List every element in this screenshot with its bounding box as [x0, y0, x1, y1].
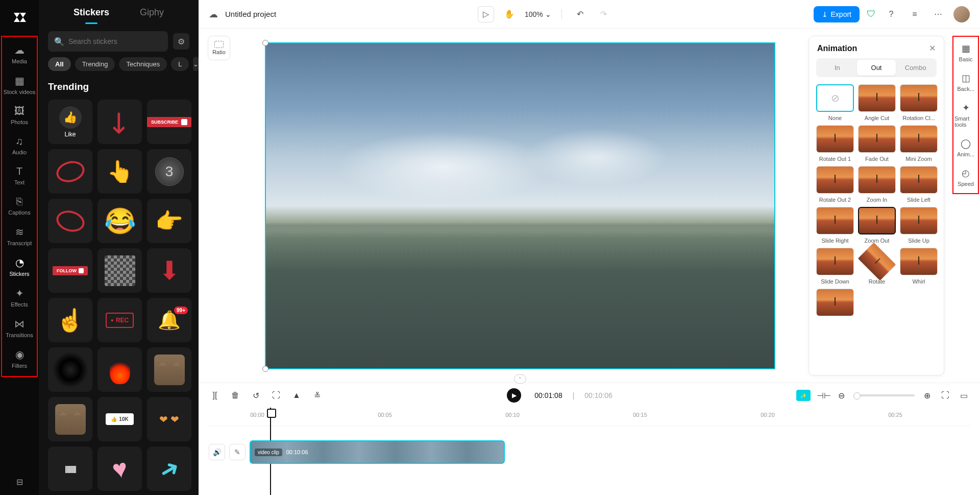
nav-text[interactable]: TText: [3, 160, 36, 191]
undo-button[interactable]: ↶: [572, 6, 589, 22]
sticker-arrow-cyan[interactable]: ➜: [147, 446, 191, 491]
sticker-like-bar[interactable]: 👍 10K: [97, 397, 142, 441]
chip-partial[interactable]: L: [171, 57, 189, 71]
rail-animation[interactable]: ◯Anim...: [954, 134, 977, 161]
anim-rotate[interactable]: Rotate: [858, 248, 896, 285]
chip-all[interactable]: All: [48, 57, 71, 71]
user-avatar[interactable]: [953, 6, 970, 22]
sticker-point-right[interactable]: 👉: [147, 199, 191, 243]
edit-track-button[interactable]: ✎: [229, 444, 246, 460]
chip-more[interactable]: ⌄: [193, 57, 199, 71]
sticker-fire[interactable]: [97, 347, 142, 392]
anim-slide-up[interactable]: Slide Up: [900, 207, 938, 244]
ai-badge[interactable]: ✨: [796, 390, 811, 401]
resize-handle-bottom-left[interactable]: [262, 366, 268, 372]
sticker-bell[interactable]: 🔔99+: [147, 298, 191, 342]
fit-timeline[interactable]: ⛶: [939, 391, 951, 400]
zoom-slider[interactable]: [853, 394, 915, 396]
fullscreen-timeline[interactable]: ▭: [958, 391, 970, 400]
nav-transitions[interactable]: ⋈Transitions: [3, 313, 36, 343]
anim-rotation-cl[interactable]: Rotation Cl...: [900, 84, 938, 121]
zoom-in-timeline[interactable]: ⊕: [921, 391, 933, 400]
rail-smart-tools[interactable]: ✦Smart tools: [954, 98, 977, 132]
tab-giphy[interactable]: Giphy: [140, 7, 164, 24]
nav-collapse[interactable]: ⊟: [3, 477, 36, 487]
sticker-hearts[interactable]: ❤ ❤: [147, 397, 191, 441]
sticker-checker[interactable]: [97, 248, 142, 293]
close-panel-icon[interactable]: ✕: [929, 43, 936, 53]
layers-button[interactable]: ≡: [906, 6, 923, 22]
redo-button[interactable]: ↷: [596, 6, 612, 22]
export-button[interactable]: ⤓Export: [814, 6, 860, 22]
sticker-cursor[interactable]: ☝: [48, 298, 92, 342]
anim-slide-left[interactable]: Slide Left: [900, 166, 938, 203]
anim-slide-down[interactable]: Slide Down: [816, 248, 854, 285]
nav-transcript[interactable]: ≋Transcript: [3, 221, 36, 251]
delete-tool[interactable]: 🗑: [229, 391, 241, 400]
rail-basic[interactable]: ▦Basic: [954, 39, 977, 66]
sticker-cat-2[interactable]: [48, 397, 92, 441]
chip-trending[interactable]: Trending: [75, 57, 115, 71]
sticker-cat-1[interactable]: [147, 347, 191, 392]
video-clip[interactable]: video clip 00:10:06: [250, 440, 505, 464]
split-tool[interactable]: ][: [209, 391, 221, 400]
anim-slide-right[interactable]: Slide Right: [816, 207, 854, 244]
cloud-icon[interactable]: ☁: [209, 9, 218, 20]
project-title[interactable]: Untitled project: [225, 10, 276, 18]
hand-tool[interactable]: ✋: [501, 6, 518, 22]
anim-zoom-in[interactable]: Zoom In: [858, 166, 896, 203]
rail-background[interactable]: ◫Back...: [954, 68, 977, 96]
sticker-laugh-emoji[interactable]: 😂: [97, 199, 142, 243]
anim-rotate-out-2[interactable]: Rotate Out 2: [816, 166, 854, 203]
canvas-stage[interactable]: ⌃: [231, 29, 808, 383]
sticker-heart[interactable]: ♥: [97, 446, 142, 491]
sticker-soundwave[interactable]: |||||||||||||: [48, 446, 92, 491]
anim-fade-out[interactable]: Fade Out: [858, 125, 896, 162]
nav-stickers[interactable]: ◔Stickers: [3, 251, 36, 282]
anim-extra[interactable]: [816, 289, 854, 316]
nav-photos[interactable]: 🖼Photos: [3, 100, 36, 130]
adjust-tool[interactable]: ≚: [311, 391, 323, 400]
nav-stock-videos[interactable]: ▦Stock videos: [3, 69, 36, 100]
ratio-button[interactable]: Ratio: [208, 36, 230, 60]
sticker-like[interactable]: 👍Like: [48, 100, 92, 144]
more-button[interactable]: ⋯: [930, 6, 946, 22]
anim-none[interactable]: ⊘None: [816, 84, 854, 121]
video-frame[interactable]: [265, 42, 775, 369]
mirror-tool[interactable]: ▲: [290, 391, 303, 400]
sticker-red-arrow[interactable]: ↘: [97, 100, 142, 144]
resize-handle-top-left[interactable]: [262, 40, 268, 46]
sticker-pointer-hand[interactable]: 👆: [97, 149, 142, 194]
app-logo[interactable]: [8, 6, 31, 29]
anim-tab-in[interactable]: In: [818, 60, 857, 76]
anim-zoom-out[interactable]: Zoom Out: [858, 207, 896, 244]
timeline-ruler[interactable]: 00:00 00:05 00:10 00:15 00:20 00:25: [209, 408, 970, 426]
rail-speed[interactable]: ◴Speed: [954, 163, 977, 191]
anim-tab-combo[interactable]: Combo: [896, 60, 935, 76]
sticker-burst[interactable]: [48, 347, 92, 392]
pointer-tool[interactable]: ▷: [478, 6, 494, 22]
chip-techniques[interactable]: Techniques: [119, 57, 167, 71]
sticker-subscribe[interactable]: SUBSCRIBE: [147, 100, 191, 144]
nav-audio[interactable]: ♫Audio: [3, 130, 36, 160]
sticker-follow[interactable]: FOLLOW: [48, 248, 92, 293]
sticker-red-oval[interactable]: [48, 199, 92, 243]
filter-button[interactable]: ⚙: [173, 33, 189, 50]
anim-rotate-out-1[interactable]: Rotate Out 1: [816, 125, 854, 162]
timeline[interactable]: 00:00 00:05 00:10 00:15 00:20 00:25 🔊 ✎ …: [199, 408, 980, 495]
mute-track-button[interactable]: 🔊: [209, 444, 225, 460]
play-button[interactable]: ▶: [507, 388, 521, 403]
search-input-wrap[interactable]: 🔍: [48, 31, 168, 52]
anim-tab-out[interactable]: Out: [857, 60, 896, 76]
anim-whirl[interactable]: Whirl: [900, 248, 938, 285]
tab-stickers[interactable]: Stickers: [74, 7, 109, 24]
nav-effects[interactable]: ✦Effects: [3, 282, 36, 313]
anim-angle-cut[interactable]: Angle Cut: [858, 84, 896, 121]
sticker-countdown[interactable]: 3: [147, 149, 191, 194]
sticker-down-arrow[interactable]: ⬇: [147, 248, 191, 293]
zoom-control[interactable]: 100% ⌄: [525, 10, 551, 18]
rotate-left-tool[interactable]: ↺: [250, 391, 262, 400]
shield-icon[interactable]: 🛡: [867, 9, 876, 19]
magnet-tool[interactable]: ⊣⊢: [817, 391, 829, 400]
sticker-rec[interactable]: REC: [97, 298, 142, 342]
